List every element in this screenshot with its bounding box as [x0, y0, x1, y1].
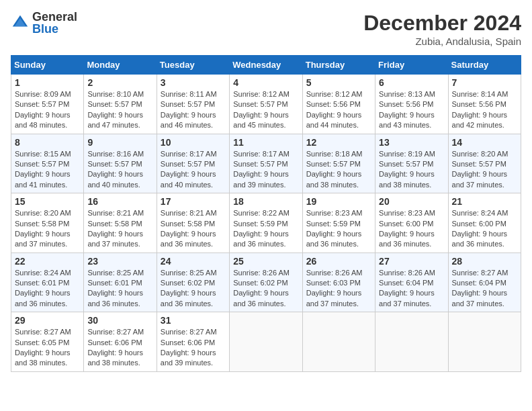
day-info: Sunrise: 8:26 AM Sunset: 6:04 PM Dayligh… — [379, 268, 444, 310]
day-info: Sunrise: 8:21 AM Sunset: 5:58 PM Dayligh… — [161, 208, 226, 250]
calendar-cell: 2Sunrise: 8:10 AM Sunset: 5:57 PM Daylig… — [84, 75, 157, 134]
day-info: Sunrise: 8:27 AM Sunset: 6:06 PM Dayligh… — [161, 327, 226, 369]
calendar-cell: 15Sunrise: 8:20 AM Sunset: 5:58 PM Dayli… — [11, 193, 84, 253]
calendar-cell: 26Sunrise: 8:26 AM Sunset: 6:03 PM Dayli… — [302, 253, 375, 312]
day-info: Sunrise: 8:24 AM Sunset: 6:01 PM Dayligh… — [15, 268, 80, 310]
calendar-cell: 7Sunrise: 8:14 AM Sunset: 5:56 PM Daylig… — [448, 75, 521, 134]
logo: General Blue — [11, 11, 77, 35]
calendar-cell: 27Sunrise: 8:26 AM Sunset: 6:04 PM Dayli… — [375, 253, 448, 312]
day-number: 15 — [15, 196, 80, 207]
day-number: 17 — [161, 196, 226, 207]
day-number: 13 — [379, 137, 444, 148]
day-number: 8 — [15, 137, 80, 148]
page-header: General Blue December 2024 Zubia, Andalu… — [11, 11, 521, 47]
day-info: Sunrise: 8:16 AM Sunset: 5:57 PM Dayligh… — [87, 149, 152, 191]
weekday-header: Thursday — [302, 56, 375, 75]
day-info: Sunrise: 8:19 AM Sunset: 5:57 PM Dayligh… — [379, 149, 444, 191]
logo-general: General — [32, 10, 77, 24]
day-info: Sunrise: 8:27 AM Sunset: 6:06 PM Dayligh… — [87, 327, 152, 369]
calendar-cell: 19Sunrise: 8:23 AM Sunset: 5:59 PM Dayli… — [302, 193, 375, 253]
day-info: Sunrise: 8:25 AM Sunset: 6:01 PM Dayligh… — [87, 268, 152, 310]
month-title: December 2024 — [363, 11, 521, 36]
weekday-header: Saturday — [448, 56, 521, 75]
day-number: 9 — [87, 137, 152, 148]
day-info: Sunrise: 8:13 AM Sunset: 5:56 PM Dayligh… — [379, 89, 444, 131]
calendar-cell — [302, 312, 375, 372]
calendar-cell: 23Sunrise: 8:25 AM Sunset: 6:01 PM Dayli… — [84, 253, 157, 312]
day-number: 3 — [161, 77, 226, 88]
calendar-cell: 11Sunrise: 8:17 AM Sunset: 5:57 PM Dayli… — [230, 134, 302, 193]
weekday-header: Tuesday — [157, 56, 229, 75]
calendar-cell: 4Sunrise: 8:12 AM Sunset: 5:57 PM Daylig… — [230, 75, 302, 134]
calendar-cell: 28Sunrise: 8:27 AM Sunset: 6:04 PM Dayli… — [448, 253, 521, 312]
calendar-week-row: 22Sunrise: 8:24 AM Sunset: 6:01 PM Dayli… — [11, 253, 521, 312]
day-number: 18 — [233, 196, 298, 207]
day-number: 19 — [306, 196, 371, 207]
day-info: Sunrise: 8:24 AM Sunset: 6:00 PM Dayligh… — [452, 208, 517, 250]
day-number: 26 — [306, 256, 371, 267]
calendar-cell: 30Sunrise: 8:27 AM Sunset: 6:06 PM Dayli… — [84, 312, 157, 372]
day-number: 27 — [379, 256, 444, 267]
day-number: 25 — [233, 256, 298, 267]
day-number: 30 — [87, 315, 152, 326]
day-info: Sunrise: 8:27 AM Sunset: 6:05 PM Dayligh… — [15, 327, 80, 369]
weekday-header: Sunday — [11, 56, 84, 75]
calendar-cell: 21Sunrise: 8:24 AM Sunset: 6:00 PM Dayli… — [448, 193, 521, 253]
calendar-cell: 3Sunrise: 8:11 AM Sunset: 5:57 PM Daylig… — [157, 75, 229, 134]
calendar-cell: 29Sunrise: 8:27 AM Sunset: 6:05 PM Dayli… — [11, 312, 84, 372]
day-info: Sunrise: 8:17 AM Sunset: 5:57 PM Dayligh… — [233, 149, 298, 191]
day-number: 10 — [161, 137, 226, 148]
day-info: Sunrise: 8:21 AM Sunset: 5:58 PM Dayligh… — [87, 208, 152, 250]
calendar-week-row: 8Sunrise: 8:15 AM Sunset: 5:57 PM Daylig… — [11, 134, 521, 193]
day-info: Sunrise: 8:09 AM Sunset: 5:57 PM Dayligh… — [15, 89, 80, 131]
day-number: 14 — [452, 137, 517, 148]
day-number: 28 — [452, 256, 517, 267]
logo-blue: Blue — [32, 22, 58, 36]
day-number: 31 — [161, 315, 226, 326]
calendar-cell: 8Sunrise: 8:15 AM Sunset: 5:57 PM Daylig… — [11, 134, 84, 193]
calendar-cell: 18Sunrise: 8:22 AM Sunset: 5:59 PM Dayli… — [230, 193, 302, 253]
day-info: Sunrise: 8:27 AM Sunset: 6:04 PM Dayligh… — [452, 268, 517, 310]
calendar-cell: 17Sunrise: 8:21 AM Sunset: 5:58 PM Dayli… — [157, 193, 229, 253]
day-info: Sunrise: 8:23 AM Sunset: 5:59 PM Dayligh… — [306, 208, 371, 250]
day-number: 5 — [306, 77, 371, 88]
day-info: Sunrise: 8:20 AM Sunset: 5:58 PM Dayligh… — [15, 208, 80, 250]
calendar-week-row: 1Sunrise: 8:09 AM Sunset: 5:57 PM Daylig… — [11, 75, 521, 134]
day-number: 11 — [233, 137, 298, 148]
calendar-cell: 6Sunrise: 8:13 AM Sunset: 5:56 PM Daylig… — [375, 75, 448, 134]
calendar-cell: 16Sunrise: 8:21 AM Sunset: 5:58 PM Dayli… — [84, 193, 157, 253]
day-number: 24 — [161, 256, 226, 267]
calendar-cell: 1Sunrise: 8:09 AM Sunset: 5:57 PM Daylig… — [11, 75, 84, 134]
day-info: Sunrise: 8:11 AM Sunset: 5:57 PM Dayligh… — [161, 89, 226, 131]
day-number: 29 — [15, 315, 80, 326]
weekday-header-row: SundayMondayTuesdayWednesdayThursdayFrid… — [11, 56, 521, 75]
calendar-cell: 12Sunrise: 8:18 AM Sunset: 5:57 PM Dayli… — [302, 134, 375, 193]
day-number: 6 — [379, 77, 444, 88]
location: Zubia, Andalusia, Spain — [363, 36, 521, 47]
calendar-cell: 5Sunrise: 8:12 AM Sunset: 5:56 PM Daylig… — [302, 75, 375, 134]
calendar-cell: 13Sunrise: 8:19 AM Sunset: 5:57 PM Dayli… — [375, 134, 448, 193]
day-number: 12 — [306, 137, 371, 148]
calendar-cell — [448, 312, 521, 372]
day-info: Sunrise: 8:26 AM Sunset: 6:03 PM Dayligh… — [306, 268, 371, 310]
day-info: Sunrise: 8:15 AM Sunset: 5:57 PM Dayligh… — [15, 149, 80, 191]
day-info: Sunrise: 8:17 AM Sunset: 5:57 PM Dayligh… — [161, 149, 226, 191]
calendar-cell: 25Sunrise: 8:26 AM Sunset: 6:02 PM Dayli… — [230, 253, 302, 312]
day-number: 22 — [15, 256, 80, 267]
calendar-cell: 24Sunrise: 8:25 AM Sunset: 6:02 PM Dayli… — [157, 253, 229, 312]
day-info: Sunrise: 8:22 AM Sunset: 5:59 PM Dayligh… — [233, 208, 298, 250]
day-info: Sunrise: 8:18 AM Sunset: 5:57 PM Dayligh… — [306, 149, 371, 191]
calendar-cell — [230, 312, 302, 372]
title-block: December 2024 Zubia, Andalusia, Spain — [363, 11, 521, 47]
calendar-cell: 10Sunrise: 8:17 AM Sunset: 5:57 PM Dayli… — [157, 134, 229, 193]
day-info: Sunrise: 8:14 AM Sunset: 5:56 PM Dayligh… — [452, 89, 517, 131]
day-info: Sunrise: 8:12 AM Sunset: 5:56 PM Dayligh… — [306, 89, 371, 131]
day-number: 21 — [452, 196, 517, 207]
calendar-cell: 14Sunrise: 8:20 AM Sunset: 5:57 PM Dayli… — [448, 134, 521, 193]
calendar-cell: 31Sunrise: 8:27 AM Sunset: 6:06 PM Dayli… — [157, 312, 229, 372]
calendar-cell: 20Sunrise: 8:23 AM Sunset: 6:00 PM Dayli… — [375, 193, 448, 253]
day-number: 1 — [15, 77, 80, 88]
day-info: Sunrise: 8:23 AM Sunset: 6:00 PM Dayligh… — [379, 208, 444, 250]
calendar-cell — [375, 312, 448, 372]
day-number: 23 — [87, 256, 152, 267]
